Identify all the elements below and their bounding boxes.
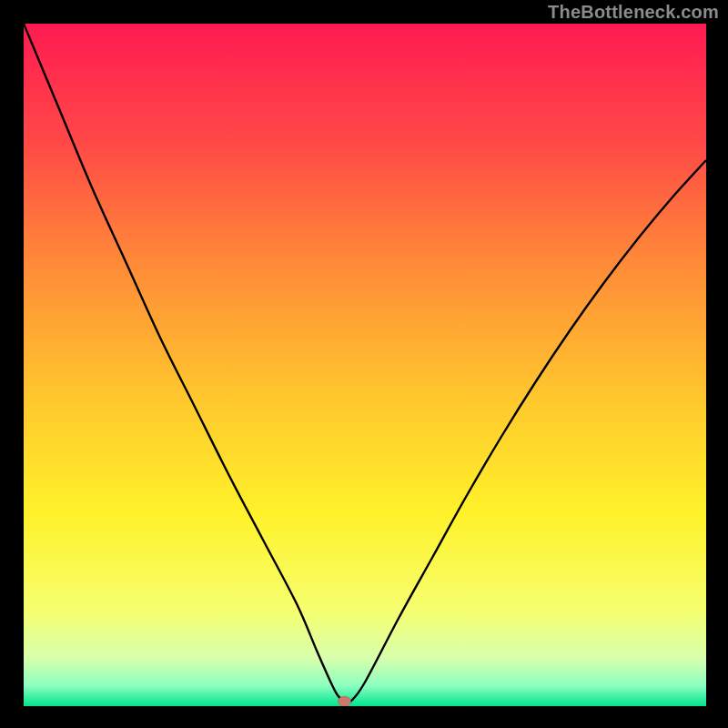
chart-frame: TheBottleneck.com — [0, 0, 728, 728]
chart-plot — [24, 24, 706, 706]
watermark-text: TheBottleneck.com — [548, 2, 719, 23]
minimum-marker — [339, 696, 351, 706]
gradient-background — [24, 24, 706, 706]
